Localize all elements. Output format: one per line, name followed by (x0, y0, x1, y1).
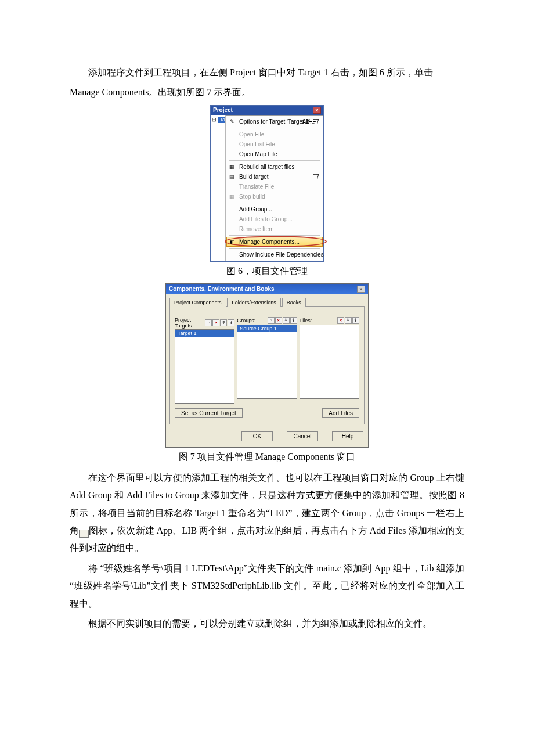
move-up-icon[interactable]: ↟ (345, 317, 352, 324)
figure-7-caption: 图 7 项目文件管理 Manage Components 窗口 (70, 451, 464, 463)
set-as-current-target-button[interactable]: Set as Current Target (175, 408, 243, 418)
groups-column: Groups: ▫ × ↟ ↡ Source Group 1 (237, 317, 297, 404)
rebuild-icon: ▦ (228, 163, 236, 171)
stop-icon: ▦ (228, 193, 236, 200)
menu-translate-file: Translate File (226, 182, 323, 192)
menu-separator (229, 160, 320, 161)
build-icon: ▤ (228, 173, 236, 181)
files-listbox[interactable] (300, 325, 359, 399)
tab-books[interactable]: Books (282, 298, 306, 307)
figure-6-caption: 图 6，项目文件管理 (70, 265, 464, 278)
groups-label: Groups: (237, 318, 255, 323)
menu-rebuild-all[interactable]: ▦ Rebuild all target files (226, 162, 323, 172)
help-button[interactable]: Help (332, 431, 363, 441)
wand-icon: ✎ (228, 118, 236, 125)
menu-add-files-to-group: Add Files to Group... (226, 214, 323, 224)
cancel-button[interactable]: Cancel (287, 431, 318, 441)
manage-components-icon: ◧ (229, 239, 236, 246)
move-down-icon[interactable]: ↡ (352, 317, 359, 324)
files-toolbar: × ↟ ↡ (337, 317, 359, 324)
tab-panel: Project Targets: ▫ × ↟ ↡ Target 1 (169, 306, 365, 424)
tab-project-components[interactable]: Project Components (169, 298, 226, 307)
context-menu: ✎ Options for Target 'Target 1'... Alt+F… (226, 115, 323, 261)
menu-separator (229, 128, 320, 128)
new-icon[interactable]: ▫ (205, 319, 212, 326)
figure-7-manage-components-window: Components, Environment and Books × Proj… (165, 283, 369, 448)
dialog-tabs: Project Components Folders/Extensions Bo… (166, 294, 368, 307)
menu-separator (229, 248, 320, 249)
menu-stop-build: ▦ Stop build (226, 192, 323, 201)
menu-remove-item: Remove Item (226, 224, 323, 234)
move-up-icon[interactable]: ↟ (220, 319, 227, 326)
files-column: Files: × ↟ ↡ (300, 317, 359, 404)
menu-add-group[interactable]: Add Group... (226, 204, 323, 214)
menu-manage-components[interactable]: ◧ Manage Components... (226, 237, 323, 247)
delete-icon[interactable]: × (337, 317, 344, 324)
menu-open-list-file: Open List File (226, 139, 323, 149)
menu-separator (229, 203, 320, 203)
menu-open-file: Open File (226, 129, 323, 139)
targets-column: Project Targets: ▫ × ↟ ↡ Target 1 (175, 317, 234, 404)
paragraph-4: 将 “班级姓名学号\项目 1 LEDTest\App”文件夹下的文件 main.… (70, 560, 464, 613)
move-up-icon[interactable]: ↟ (283, 317, 290, 324)
menu-open-map-file[interactable]: Open Map File (226, 149, 323, 159)
paragraph-1: 添加程序文件到工程项目，在左侧 Project 窗口中对 Target 1 右击… (70, 64, 464, 81)
project-tree-pane: ⊟ Target 1 (211, 115, 226, 261)
paragraph-3: 在这个界面里可以方便的添加工程的相关文件。也可以在工程项目窗口对应的 Group… (70, 469, 464, 557)
close-icon[interactable]: × (357, 286, 365, 293)
figure-6-context-menu-screenshot: Project × ⊟ Target 1 ✎ Options for Targe… (210, 105, 324, 262)
group-item-1[interactable]: Source Group 1 (237, 325, 296, 332)
delete-icon[interactable]: × (212, 319, 219, 326)
new-group-icon: ▫ (79, 530, 89, 538)
tab-folders-extensions[interactable]: Folders/Extensions (227, 298, 281, 307)
paragraph-2: Manage Components。出现如所图 7 示界面。 (70, 84, 464, 101)
dialog-titlebar: Components, Environment and Books × (166, 284, 368, 294)
dialog-title: Components, Environment and Books (169, 286, 275, 292)
document-page: 添加程序文件到工程项目，在左侧 Project 窗口中对 Target 1 右击… (0, 0, 534, 669)
menu-show-include-deps[interactable]: Show Include File Dependencies (226, 250, 323, 260)
paragraph-5: 根据不同实训项目的需要，可以分别建立或删除组，并为组添加或删除相应的文件。 (70, 615, 464, 632)
close-icon[interactable]: × (313, 107, 321, 114)
files-label: Files: (300, 318, 312, 323)
target-item-1[interactable]: Target 1 (175, 330, 234, 337)
groups-listbox[interactable]: Source Group 1 (237, 325, 297, 399)
dialog-footer: OK Cancel Help (166, 428, 368, 447)
menu-build-target[interactable]: ▤ Build target F7 (226, 172, 323, 182)
project-panel-titlebar: Project × (211, 106, 323, 115)
project-panel-title: Project (213, 107, 233, 113)
ok-button[interactable]: OK (241, 431, 273, 441)
delete-icon[interactable]: × (275, 317, 282, 324)
menu-separator (229, 235, 320, 236)
menu-options-for-target[interactable]: ✎ Options for Target 'Target 1'... Alt+F… (226, 117, 323, 127)
tree-node-target1[interactable]: Target 1 (218, 117, 225, 123)
targets-toolbar: ▫ × ↟ ↡ (205, 319, 234, 326)
groups-toolbar: ▫ × ↟ ↡ (268, 317, 297, 324)
targets-listbox[interactable]: Target 1 (175, 329, 234, 404)
add-files-button[interactable]: Add Files (322, 408, 359, 418)
targets-label: Project Targets: (175, 317, 205, 329)
tree-expander-icon[interactable]: ⊟ (212, 117, 217, 123)
move-down-icon[interactable]: ↡ (290, 317, 297, 324)
move-down-icon[interactable]: ↡ (228, 319, 234, 326)
new-icon[interactable]: ▫ (268, 317, 275, 324)
